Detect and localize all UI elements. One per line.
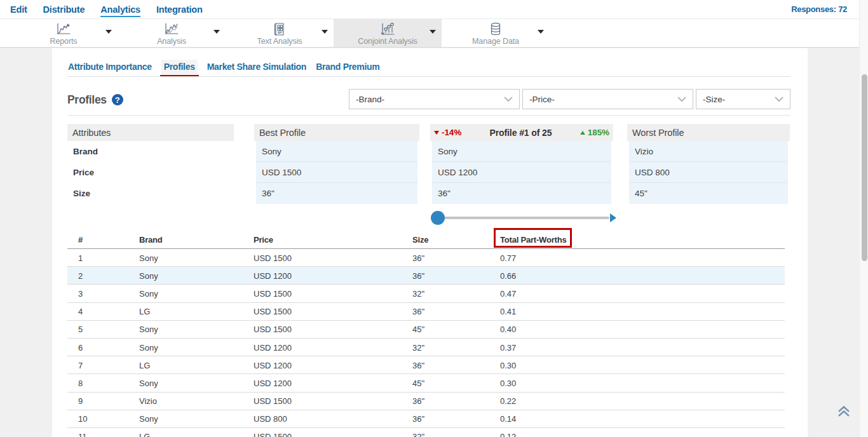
table-cell: USD 1500 xyxy=(254,396,292,406)
tab-market-share-simulation[interactable]: Market Share Simulation xyxy=(207,60,306,74)
table-cell: 5 xyxy=(78,325,83,334)
table-row[interactable]: 5SonyUSD 150045"0.40 xyxy=(67,321,785,339)
best-profile-value: 36" xyxy=(256,183,417,204)
responses-count[interactable]: Responses: 72 xyxy=(791,4,859,14)
caret-down-icon[interactable] xyxy=(430,30,436,34)
slider-track[interactable] xyxy=(435,217,609,219)
table-cell: 0.14 xyxy=(500,414,516,424)
caret-down-icon[interactable] xyxy=(105,30,112,34)
filters: -Brand- -Price- -Size- xyxy=(349,89,790,109)
content-area: Attribute Importance Profiles Market Sha… xyxy=(0,48,859,437)
table-cell: Sony xyxy=(139,325,158,334)
vertical-scrollbar[interactable] xyxy=(859,0,868,437)
table-row[interactable]: 9VizioUSD 150036"0.22 xyxy=(67,393,785,410)
title-divider xyxy=(67,115,790,116)
table-row[interactable]: 6SonyUSD 120032"0.37 xyxy=(67,339,785,356)
scroll-to-top-button[interactable] xyxy=(836,404,851,419)
table-cell: LG xyxy=(139,432,150,437)
toolbar-group-manage-data[interactable]: Manage Data xyxy=(442,19,550,47)
tabs-divider xyxy=(67,76,790,77)
col-header-size[interactable]: Size xyxy=(412,234,428,244)
table-row[interactable]: 3SonyUSD 150032"0.47 xyxy=(67,285,785,302)
table-cell: 36" xyxy=(412,271,424,280)
page-title: Profiles xyxy=(67,93,107,107)
current-profile-panel: -14% Profile #1 of 25 185% Sony USD 1200… xyxy=(430,124,613,141)
table-cell: Sony xyxy=(139,378,158,387)
multi-line-chart-icon xyxy=(163,22,180,37)
chevron-down-icon xyxy=(504,97,513,102)
price-select[interactable]: -Price- xyxy=(522,89,693,109)
menu-item-integration[interactable]: Integration xyxy=(156,3,203,16)
tab-brand-premium[interactable]: Brand Premium xyxy=(316,60,379,74)
toolbar-group-label: Text Analysis xyxy=(257,37,302,46)
scrollbar-thumb[interactable] xyxy=(862,74,867,261)
menu-item-edit[interactable]: Edit xyxy=(10,3,27,16)
delta-down: -14% xyxy=(434,128,461,137)
table-cell: 11 xyxy=(78,432,87,437)
tab-profiles[interactable]: Profiles xyxy=(161,60,198,74)
toolbar-group-label: Conjoint Analysis xyxy=(358,37,417,46)
table-cell: USD 1500 xyxy=(254,253,292,262)
chevron-down-icon xyxy=(775,97,783,102)
table-row[interactable]: 1SonyUSD 150036"0.77 xyxy=(67,249,785,267)
table-cell: Sony xyxy=(139,342,158,352)
page-title-row: Profiles ? xyxy=(67,90,123,109)
caret-down-icon[interactable] xyxy=(214,30,220,34)
profile-slider[interactable] xyxy=(430,211,614,225)
price-select-value: -Price- xyxy=(529,95,672,104)
table-row[interactable]: 8SonyUSD 120045"0.30 xyxy=(67,374,785,392)
toolbar-group-analysis[interactable]: Analysis xyxy=(118,19,226,47)
col-header-total-part-worths[interactable]: Total Part-Worths xyxy=(500,234,566,244)
table-cell: Sony xyxy=(139,253,158,262)
menu-item-analytics[interactable]: Analytics xyxy=(100,3,140,16)
menu-item-distribute[interactable]: Distribute xyxy=(43,3,85,16)
worst-profile-header: Worst Profile xyxy=(627,124,790,141)
slider-handle[interactable] xyxy=(431,211,445,225)
toolbar-group-reports[interactable]: Reports xyxy=(10,19,118,47)
table-cell: 2 xyxy=(78,271,83,280)
table-cell: 7 xyxy=(78,360,83,370)
table-cell: Sony xyxy=(139,288,158,298)
table-cell: 0.37 xyxy=(500,342,516,352)
profiles-table: # Brand Price Size Total Part-Worths 1So… xyxy=(67,232,785,437)
caret-down-icon[interactable] xyxy=(322,30,328,34)
chevron-down-icon xyxy=(677,97,686,102)
delta-up: 185% xyxy=(580,128,609,137)
table-cell: LG xyxy=(139,307,150,316)
best-profile-header: Best Profile xyxy=(254,124,419,141)
current-profile-value: 36" xyxy=(432,183,611,204)
double-chevron-up-icon xyxy=(836,404,851,419)
col-header-price[interactable]: Price xyxy=(254,234,273,244)
table-header-row: # Brand Price Size Total Part-Worths xyxy=(67,232,785,249)
table-row[interactable]: 7LGUSD 120036"0.30 xyxy=(67,356,785,374)
toolbar-group-text-analysis[interactable]: Text Analysis xyxy=(226,19,334,47)
table-body: 1SonyUSD 150036"0.772SonyUSD 120036"0.66… xyxy=(67,249,785,437)
conjoint-card: Attribute Importance Profiles Market Sha… xyxy=(52,48,808,437)
size-select[interactable]: -Size- xyxy=(696,89,790,109)
current-profile-rows: Sony USD 1200 36" xyxy=(432,141,611,204)
analytics-toolbar: Reports Analysis Text xyxy=(0,19,859,48)
toolbar-group-conjoint-analysis[interactable]: Conjoint Analysis xyxy=(334,19,442,47)
table-row[interactable]: 4LGUSD 150036"0.41 xyxy=(67,303,785,321)
table-cell: 36" xyxy=(412,253,424,262)
current-profile-header: -14% Profile #1 of 25 185% xyxy=(430,124,613,141)
table-row[interactable]: 2SonyUSD 120036"0.66 xyxy=(67,267,785,285)
help-icon[interactable]: ? xyxy=(112,94,123,105)
tab-attribute-importance[interactable]: Attribute Importance xyxy=(68,60,152,74)
brand-select[interactable]: -Brand- xyxy=(349,89,520,109)
table-row[interactable]: 10SonyUSD 80036"0.14 xyxy=(67,410,785,428)
col-header-index[interactable]: # xyxy=(78,234,83,244)
database-icon xyxy=(488,22,503,37)
best-profile-value: USD 1500 xyxy=(256,162,417,183)
table-row[interactable]: 11LGUSD 150032"0.12 xyxy=(67,428,785,437)
menu-items: Edit Distribute Analytics Integration xyxy=(0,3,203,16)
table-cell: 0.30 xyxy=(500,360,516,370)
table-cell: 10 xyxy=(78,414,87,424)
col-header-brand[interactable]: Brand xyxy=(139,234,163,244)
table-cell: 32" xyxy=(412,432,424,437)
worst-profile-value: 45" xyxy=(629,183,788,204)
table-cell: 0.40 xyxy=(500,325,516,334)
table-cell: 9 xyxy=(78,396,83,406)
caret-down-icon[interactable] xyxy=(538,30,544,34)
slider-arrow-right-icon[interactable] xyxy=(610,213,616,222)
